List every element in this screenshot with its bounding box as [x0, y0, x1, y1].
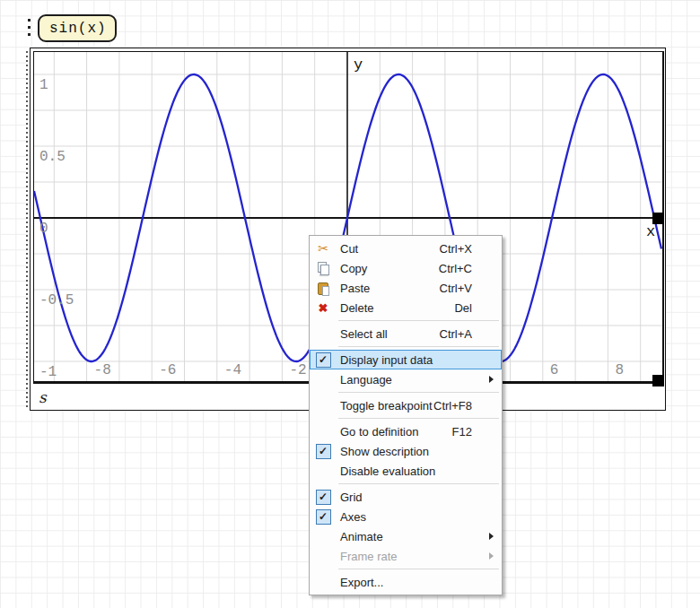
drag-dot: [28, 19, 31, 22]
menu-item-label: Toggle breakpoint: [340, 399, 433, 413]
plot-corner-label: s: [39, 388, 47, 406]
menu-item-label: Copy: [340, 262, 367, 275]
menu-item-cut[interactable]: ✂ Cut Ctrl+X: [310, 239, 502, 258]
delete-icon: ✖: [319, 302, 328, 314]
x-tick-label: -8: [94, 362, 111, 378]
x-tick-label: 8: [615, 362, 624, 378]
cut-icon: ✂: [318, 242, 328, 255]
checkmark-icon: ✓: [316, 352, 331, 368]
x-tick-label: -2: [289, 362, 306, 378]
menu-item-label: Language: [340, 373, 392, 387]
menu-item-shortcut: Ctrl+A: [440, 327, 472, 341]
submenu-arrow-icon: [489, 533, 494, 540]
plot-drag-handle[interactable]: [26, 51, 28, 408]
menu-separator: [338, 392, 499, 393]
menu-item-paste[interactable]: Paste Ctrl+V: [310, 278, 502, 298]
menu-item-shortcut: F12: [452, 425, 472, 439]
x-tick-label: 6: [550, 362, 559, 378]
checkmark-icon: ✓: [316, 509, 331, 525]
y-tick-label: 0: [39, 221, 48, 237]
menu-item-go-to-definition[interactable]: Go to definition F12: [310, 421, 502, 441]
menu-separator: [338, 418, 499, 419]
menu-item-show-description[interactable]: ✓ Show description: [310, 441, 502, 461]
menu-item-label: Show description: [340, 445, 429, 458]
menu-item-label: Select all: [340, 327, 388, 341]
menu-separator: [338, 483, 499, 484]
menu-separator: [338, 320, 499, 321]
menu-item-language[interactable]: Language: [310, 369, 502, 389]
menu-item-label: Display input data: [340, 353, 433, 367]
menu-item-label: Disable evaluation: [340, 465, 435, 478]
menu-separator: [338, 569, 499, 569]
menu-item-shortcut: Ctrl+C: [439, 262, 472, 275]
menu-item-label: Export...: [340, 576, 383, 589]
menu-item-shortcut: Ctrl+V: [440, 282, 472, 295]
menu-item-copy[interactable]: Copy Ctrl+C: [310, 258, 502, 278]
menu-item-label: Delete: [340, 301, 374, 315]
resize-handle-right[interactable]: [652, 213, 664, 224]
menu-item-grid[interactable]: ✓ Grid: [310, 487, 502, 507]
menu-separator: [338, 346, 499, 347]
copy-icon: [318, 262, 329, 275]
y-axis-label: y: [354, 56, 363, 74]
submenu-arrow-icon: [489, 552, 494, 560]
menu-item-label: Paste: [340, 282, 370, 295]
y-tick-label: -0.5: [39, 292, 74, 308]
y-tick-label: 1: [39, 77, 48, 93]
menu-item-export[interactable]: Export...: [310, 572, 502, 592]
menu-item-label: Cut: [340, 242, 358, 256]
drag-dot: [28, 26, 31, 29]
menu-item-label: Frame rate: [340, 550, 398, 563]
menu-item-display-input-data[interactable]: ✓ Display input data: [310, 350, 502, 369]
context-menu: ✂ Cut Ctrl+X Copy Ctrl+C Paste Ctrl+V ✖ …: [309, 235, 503, 595]
menu-item-label: Animate: [340, 530, 383, 543]
formula-drag-handle[interactable]: [28, 19, 31, 40]
resize-handle-bottom-right[interactable]: [652, 375, 664, 387]
menu-item-shortcut: Del: [454, 301, 472, 315]
menu-item-disable-evaluation[interactable]: Disable evaluation: [310, 461, 502, 481]
checkmark-icon: ✓: [316, 444, 331, 459]
checkmark-icon: ✓: [316, 490, 331, 505]
menu-item-frame-rate: Frame rate: [310, 546, 502, 566]
x-tick-label: -6: [159, 362, 176, 378]
menu-item-label: Axes: [340, 510, 366, 524]
menu-item-shortcut: Ctrl+X: [440, 242, 472, 256]
menu-item-axes[interactable]: ✓ Axes: [310, 507, 502, 526]
formula-box[interactable]: sin(x): [38, 14, 117, 42]
menu-item-delete[interactable]: ✖ Delete Del: [310, 298, 502, 317]
paste-icon: [318, 282, 329, 295]
menu-item-shortcut: Ctrl+F8: [433, 399, 472, 413]
menu-item-label: Go to definition: [340, 425, 418, 439]
worksheet-canvas: sin(x) 10.50-0.5-1-8-6-4-268yx s ✂ Cut C…: [0, 0, 700, 608]
drag-dot: [28, 33, 31, 36]
menu-item-animate[interactable]: Animate: [310, 526, 502, 546]
submenu-arrow-icon: [489, 376, 494, 383]
y-tick-label: -1: [39, 364, 57, 380]
y-tick-label: 0.5: [39, 149, 66, 165]
menu-item-select-all[interactable]: Select all Ctrl+A: [310, 324, 502, 343]
menu-item-label: Grid: [340, 491, 363, 504]
menu-item-toggle-breakpoint[interactable]: Toggle breakpoint Ctrl+F8: [310, 395, 502, 415]
x-tick-label: -4: [224, 362, 241, 378]
formula-text: sin(x): [49, 21, 107, 37]
x-axis-label: x: [646, 223, 655, 240]
